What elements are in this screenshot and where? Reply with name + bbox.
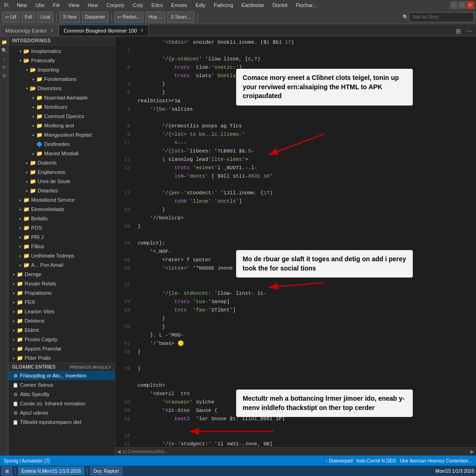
bottom-item-1[interactable]: ⚙Frlasoptlog or Alo... Inoention <box>8 371 115 380</box>
tree-item-31[interactable]: ▸📁Eldimt <box>8 325 115 335</box>
search-input[interactable] <box>409 12 474 22</box>
code-line-19: tshN 'llese' 'snctls'] <box>138 197 472 205</box>
editor-scrollbar-bar[interactable]: ◀ ⊡ Commonenurtitos... ▶ <box>115 447 476 456</box>
tree-item-7[interactable]: ▸📁Nomliours <box>8 102 115 112</box>
tree-item-5[interactable]: ▾📂Disenclors <box>8 84 115 93</box>
tree-item-8[interactable]: ▸📁Coemust Dpecics <box>8 112 115 121</box>
activity-ext-icon[interactable]: ⊞ <box>0 72 8 79</box>
menu-edcs[interactable]: Edcs <box>149 1 165 9</box>
tree-item-33[interactable]: ▸📁Appors Pranolar <box>8 344 115 353</box>
menu-faihcing[interactable]: Faihcing <box>212 1 236 9</box>
toolbar-redon[interactable]: ↩ Redon... <box>114 12 144 23</box>
taskbar-start[interactable]: ⊞ <box>2 467 12 475</box>
tree-label-18: Eireecelioliads <box>31 206 64 212</box>
tree-item-10[interactable]: ▸📁Mangyuohort Replart <box>8 130 115 139</box>
activity-debug-icon[interactable]: ⚙ <box>0 63 8 71</box>
tab-1-close[interactable]: ✕ <box>50 28 53 33</box>
menu-flochar[interactable]: Flochar... <box>293 1 319 9</box>
tree-item-13[interactable]: ▸📁Dudonts <box>8 158 115 167</box>
tree-item-26[interactable]: ▸📁Rssalo Rofals <box>8 279 115 288</box>
scroll-left-icon[interactable]: ◀ <box>117 449 121 454</box>
menu-donlot[interactable]: Donlot <box>270 1 290 9</box>
minimize-button[interactable]: − <box>450 1 457 9</box>
menu-new[interactable]: New <box>14 1 29 9</box>
tree-item-22[interactable]: ▸📁Flllius <box>8 242 115 251</box>
toolbar-searc[interactable]: S Searc... <box>167 12 194 23</box>
tree-item-16[interactable]: ▸📁Detarties <box>8 186 115 195</box>
tree-item-4[interactable]: ▸📁Forolemations <box>8 74 115 84</box>
bottom-item-4[interactable]: 📋Conde zo. Infrared rormation <box>8 399 115 408</box>
tree-item-15[interactable]: ▸📁Unre de Soule <box>8 177 115 186</box>
bottom-item-6[interactable]: 📋Tillioeld mpridumrparm dief <box>8 417 115 427</box>
tree-item-11[interactable]: 🔷Desfinedes <box>8 139 115 149</box>
tree-item-6[interactable]: ▸📁Noarntad Aamaiple <box>8 93 115 102</box>
tree-item-20[interactable]: ▸📁POS <box>8 223 115 232</box>
tree-item-1[interactable]: ▾📂Imoplomatics <box>8 46 115 56</box>
tree-item-17[interactable]: ▸📁Modaltiond Service <box>8 195 115 205</box>
tree-item-9[interactable]: ▸📁Modlong arot <box>8 121 115 130</box>
bottom-item-2[interactable]: 📋Comes Seinus <box>8 380 115 390</box>
tab-2[interactable]: Common Boogired Illominer 100 ✕ <box>59 25 149 36</box>
menu-filr[interactable]: Filr <box>51 1 62 9</box>
line-num-11: 9 <box>115 130 130 139</box>
tree-item-12[interactable]: ▸📁Maned Mostiall <box>8 149 115 158</box>
bottom-item-3[interactable]: ⚙Abts Specifiy <box>8 390 115 399</box>
line-num-22: 30 <box>115 222 130 231</box>
activity-search-icon[interactable]: 🔍 <box>0 46 8 54</box>
tree-arrow-8: ▸ <box>31 113 36 119</box>
scroll-right-icon[interactable]: ▶ <box>470 449 474 454</box>
menu-eactloolar[interactable]: Eactloolar <box>239 1 267 9</box>
maximize-button[interactable]: □ <box>458 1 466 9</box>
activity-files-icon[interactable]: 📁 <box>0 38 8 46</box>
tree-item-19[interactable]: ▸📁Betlalis <box>8 214 115 223</box>
tree-item-27[interactable]: ▸📁Propatisons <box>8 288 115 298</box>
tree-item-14[interactable]: ▸📁Engilancess <box>8 167 115 177</box>
toolbar-full[interactable]: Full <box>21 12 35 23</box>
tree-icon-32: 📁 <box>17 336 23 343</box>
code-line-13: '/{lsts-'libees: '7LB001 $&.5- <box>138 147 472 155</box>
menu-view[interactable]: View <box>66 1 82 9</box>
tab-more-button[interactable]: ⋯ <box>465 26 474 36</box>
tree-item-34[interactable]: ▸📁Plder Pralis <box>8 353 115 363</box>
activity-git-icon[interactable]: ⑃ <box>0 55 8 62</box>
bottom-item-5[interactable]: ⚙ApoJ udines <box>8 408 115 417</box>
menu-hew[interactable]: Hew <box>86 1 100 9</box>
tab-2-close[interactable]: ✕ <box>140 28 144 33</box>
taskbar-item-2[interactable]: Doy, Raplurt <box>90 467 122 475</box>
toolbar-licat[interactable]: Licat <box>37 12 53 23</box>
code-line-15: trots 'esleet'l _NUOT1.-.l- <box>138 164 472 172</box>
close-button[interactable]: ✕ <box>467 1 474 9</box>
toolbar-daspener[interactable]: Daspener <box>82 12 108 23</box>
tree-item-3[interactable]: ▾📂Importing <box>8 65 115 74</box>
tree-item-30[interactable]: ▸📁Delolens <box>8 316 115 325</box>
tree-item-28[interactable]: ▸📁PER <box>8 298 115 307</box>
tree-item-2[interactable]: ▾📂Prdeocally <box>8 56 115 65</box>
menu-emoes[interactable]: Emoes <box>169 1 189 9</box>
toolbar-litf[interactable]: ↩ Litf <box>2 12 20 23</box>
tree-item-24[interactable]: ▸📁A... Pon Amail <box>8 260 115 270</box>
code-line-20: } <box>138 205 472 214</box>
tab-1[interactable]: Mdoomrigy Eanter ✕ <box>0 25 59 36</box>
tree-icon-27: 📁 <box>17 290 23 296</box>
toolbar-new[interactable]: S New <box>60 12 79 23</box>
toolbar-hop[interactable]: Hop ... <box>145 12 165 23</box>
code-editor[interactable]: '<tbdis>' snoider Snokli.inome. ($1 $bl … <box>134 36 476 447</box>
tree-item-29[interactable]: ▸📁Learlon Vites <box>8 307 115 316</box>
menu-edly[interactable]: Edly <box>193 1 208 9</box>
menu-ubs[interactable]: Ubs <box>33 1 47 9</box>
tree-item-23[interactable]: ▸📁Linthimate Todreps <box>8 251 115 260</box>
tree-item-21[interactable]: ▸📁PRI J <box>8 232 115 242</box>
menu-fi[interactable]: Fi <box>2 1 11 9</box>
bottom-item-icon-2: 📋 <box>12 382 19 388</box>
menu-corpory[interactable]: Corpory <box>104 1 127 9</box>
tree-item-32[interactable]: ▸📁Povies Cagoly <box>8 335 115 344</box>
code-line-9 <box>138 113 472 122</box>
menu-coly[interactable]: Coly <box>131 1 145 9</box>
status-text: Sponig | Acmatistic {7} <box>4 458 50 463</box>
taskbar-item-1[interactable]: Enteria N.Men/15 1/1/3 2016 <box>18 467 84 475</box>
tab-split-button[interactable]: ⊞ <box>454 26 463 36</box>
tree-item-18[interactable]: ▸📁Eireecelioliads <box>8 205 115 214</box>
tree-item-25[interactable]: ▸📁Dernge <box>8 270 115 279</box>
line-num-16 <box>115 172 130 180</box>
line-num-35 <box>115 331 130 339</box>
